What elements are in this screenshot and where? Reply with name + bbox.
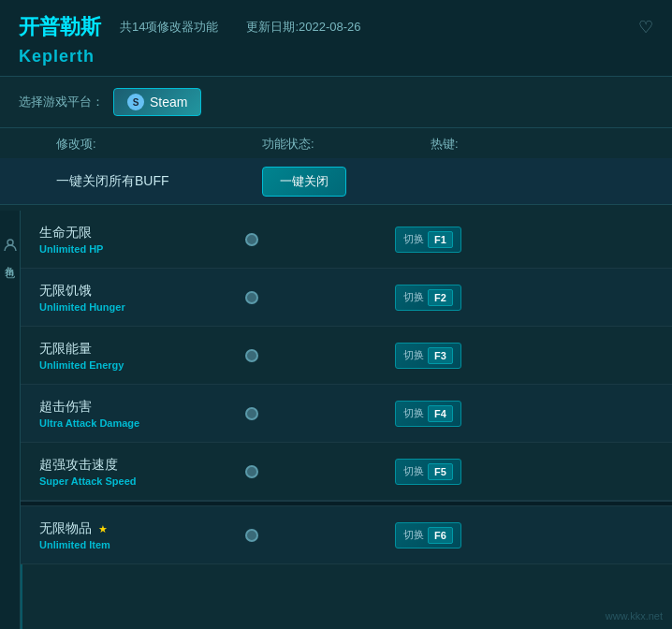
- resources-mod-row-1: 无限物品 ★ Unlimited Item 切换 F6: [21, 506, 672, 564]
- mod-status-col-2: [245, 291, 395, 304]
- hotkey-label-4: 切换: [403, 406, 424, 420]
- steam-logo-icon: S: [127, 94, 144, 110]
- platform-row: 选择游戏平台： S Steam: [0, 77, 672, 128]
- col-header-name: 修改项:: [56, 136, 262, 153]
- buff-control-row: 一键关闭所有BUFF 一键关闭: [0, 158, 672, 205]
- mod-name-cn-1: 生命无限: [39, 225, 245, 241]
- hotkey-button-1[interactable]: 切换 F1: [395, 227, 461, 253]
- hotkey-label-1: 切换: [403, 232, 424, 246]
- modifier-count: 共14项修改器功能: [120, 19, 218, 36]
- resources-mod-hotkey-col-1: 切换 F6: [395, 522, 653, 549]
- hotkey-key-3: F3: [428, 347, 453, 364]
- resources-hotkey-button-1[interactable]: 切换 F6: [395, 522, 461, 549]
- resources-section: 资源 无限物品 ★ Unlimited Item 切换 F6: [21, 506, 672, 564]
- resources-hotkey-label-1: 切换: [403, 528, 424, 542]
- game-title-en: Keplerth: [19, 47, 95, 66]
- steam-label: Steam: [150, 95, 187, 110]
- mod-name-col-4: 超击伤害 Ultra Attack Damage: [39, 399, 245, 429]
- mod-name-en-2: Unlimited Hunger: [39, 301, 245, 313]
- mod-hotkey-col-4: 切换 F4: [395, 401, 653, 427]
- hotkey-button-5[interactable]: 切换 F5: [395, 459, 461, 485]
- mod-status-col-5: [245, 465, 395, 478]
- close-all-buff-button[interactable]: 一键关闭: [262, 167, 346, 197]
- resources-mod-status-col-1: [245, 529, 395, 542]
- game-title-cn: 开普勒斯: [19, 13, 101, 41]
- mod-hotkey-col-1: 切换 F1: [395, 227, 653, 253]
- toggle-2[interactable]: [245, 291, 258, 304]
- mod-name-cn-3: 无限能量: [39, 341, 245, 358]
- mod-name-cn-4: 超击伤害: [39, 399, 245, 416]
- character-side-panel: 角色: [0, 211, 21, 629]
- toggle-5[interactable]: [245, 465, 258, 478]
- mod-status-col-3: [245, 349, 395, 362]
- hotkey-key-4: F4: [428, 405, 453, 422]
- resources-mod-name-col-1: 无限物品 ★ Unlimited Item: [39, 520, 245, 550]
- platform-label: 选择游戏平台：: [19, 94, 104, 110]
- hotkey-label-3: 切换: [403, 348, 424, 362]
- mod-status-col-1: [245, 233, 395, 246]
- toggle-3[interactable]: [245, 349, 258, 362]
- mod-hotkey-col-2: 切换 F2: [395, 285, 653, 311]
- hotkey-button-2[interactable]: 切换 F2: [395, 285, 461, 311]
- watermark: www.kkx.net: [606, 610, 663, 622]
- header: 开普勒斯 共14项修改器功能 更新日期:2022-08-26 ♡ Keplert…: [0, 0, 672, 77]
- resources-toggle-1[interactable]: [245, 529, 258, 542]
- mod-row-2: 无限饥饿 Unlimited Hunger 切换 F2: [21, 269, 672, 327]
- update-date: 更新日期:2022-08-26: [246, 19, 360, 36]
- hotkey-key-2: F2: [428, 289, 453, 306]
- toggle-1[interactable]: [245, 233, 258, 246]
- mod-row-4: 超击伤害 Ultra Attack Damage 切换 F4: [21, 385, 672, 443]
- table-header: 修改项: 功能状态: 热键:: [0, 128, 672, 158]
- mod-hotkey-col-3: 切换 F3: [395, 343, 653, 369]
- mod-name-col-1: 生命无限 Unlimited HP: [39, 225, 245, 255]
- mod-name-en-4: Ultra Attack Damage: [39, 417, 245, 429]
- mod-name-col-5: 超强攻击速度 Super Attack Speed: [39, 457, 245, 487]
- mod-name-col-2: 无限饥饿 Unlimited Hunger: [39, 283, 245, 313]
- mod-row-3: 无限能量 Unlimited Energy 切换 F3: [21, 327, 672, 385]
- hotkey-button-4[interactable]: 切换 F4: [395, 401, 461, 427]
- buff-control-name: 一键关闭所有BUFF: [56, 173, 262, 190]
- col-header-hotkey: 热键:: [431, 136, 653, 153]
- main-content: 生命无限 Unlimited HP 切换 F1 无限饥饿 Unlimited H…: [21, 211, 672, 629]
- character-icon: [4, 239, 17, 255]
- mod-hotkey-col-5: 切换 F5: [395, 459, 653, 485]
- mod-row-5: 超强攻击速度 Super Attack Speed 切换 F5: [21, 443, 672, 501]
- hotkey-label-2: 切换: [403, 290, 424, 304]
- mod-name-en-1: Unlimited HP: [39, 243, 245, 255]
- mod-row-1: 生命无限 Unlimited HP 切换 F1: [21, 211, 672, 269]
- hotkey-key-1: F1: [428, 231, 453, 248]
- mod-status-col-4: [245, 407, 395, 420]
- mod-name-col-3: 无限能量 Unlimited Energy: [39, 341, 245, 371]
- character-label: 角色: [3, 258, 17, 262]
- resources-mod-name-en-1: Unlimited Item: [39, 539, 245, 550]
- svg-point-0: [7, 240, 13, 245]
- star-badge-1: ★: [98, 523, 108, 534]
- resources-hotkey-key-1: F6: [428, 527, 453, 544]
- toggle-4[interactable]: [245, 407, 258, 420]
- resources-mod-name-cn-1: 无限物品 ★: [39, 520, 245, 537]
- heart-icon[interactable]: ♡: [638, 17, 653, 37]
- mod-name-cn-2: 无限饥饿: [39, 283, 245, 300]
- header-top-bar: 开普勒斯 共14项修改器功能 更新日期:2022-08-26 ♡ Keplert…: [0, 0, 672, 77]
- steam-button[interactable]: S Steam: [113, 88, 201, 116]
- mod-name-en-5: Super Attack Speed: [39, 475, 245, 487]
- buff-control-status: 一键关闭: [262, 167, 431, 197]
- mod-name-cn-5: 超强攻击速度: [39, 457, 245, 474]
- hotkey-key-5: F5: [428, 463, 453, 480]
- mod-name-en-3: Unlimited Energy: [39, 359, 245, 371]
- col-header-status: 功能状态:: [262, 136, 431, 153]
- hotkey-label-5: 切换: [403, 464, 424, 478]
- hotkey-button-3[interactable]: 切换 F3: [395, 343, 461, 369]
